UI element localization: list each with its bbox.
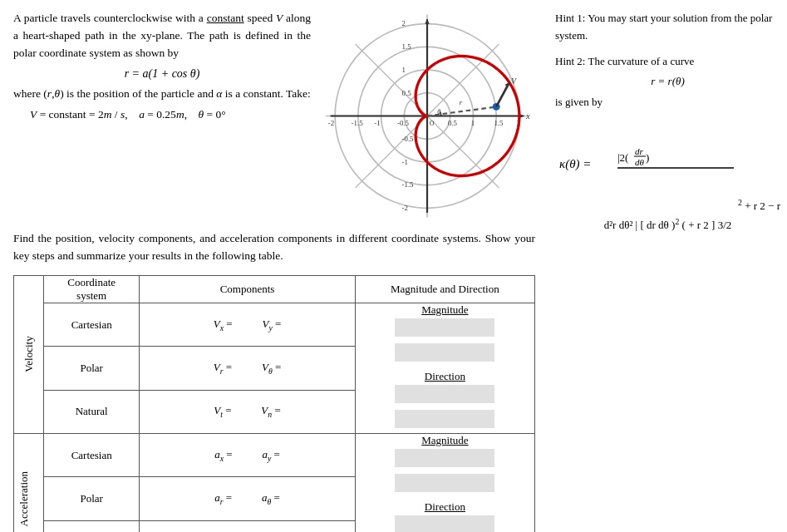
svg-text:1: 1 <box>471 119 475 127</box>
svg-text:O: O <box>430 120 435 127</box>
svg-text:2: 2 <box>402 19 406 27</box>
vel-direction-box2 <box>395 410 494 428</box>
svg-text:0.5: 0.5 <box>448 119 458 127</box>
vel-magnitude-box2 <box>395 343 494 362</box>
svg-text:-0.5: -0.5 <box>402 135 415 143</box>
svg-text:r: r <box>460 98 463 106</box>
accel-direction-box <box>395 515 494 532</box>
accel-polar-comps: ar = aθ = <box>140 477 355 520</box>
accel-direction-label: Direction <box>356 500 534 514</box>
polar-diagram: x 2 1.5 1 0.5 -0.5 -1 -1.5 -2 -2 -1.5 -1… <box>319 10 535 222</box>
svg-text:V: V <box>511 76 518 86</box>
kappa-formula: κ(θ) = |2( dr dθ )2 + r 2 − <box>555 118 780 234</box>
vel-mag-dir-cell: Magnitude Direction <box>355 303 534 433</box>
vel-polar-comps: Vr = Vθ = <box>140 347 355 390</box>
find-text: Find the position, velocity components, … <box>13 230 535 265</box>
accel-natural-label: Natural <box>44 520 140 532</box>
vel-direction-label: Direction <box>356 370 534 383</box>
svg-text:κ(θ) =: κ(θ) = <box>559 157 591 171</box>
svg-text:|2(: |2( <box>617 151 628 164</box>
col-mag-dir: Magnitude and Direction <box>355 275 534 303</box>
hint2-text: Hint 2: The curvature of a curve <box>555 53 780 71</box>
acceleration-header-row: Acceleration Cartesian ax = ay = Magnitu… <box>14 433 535 476</box>
svg-text:-0.5: -0.5 <box>397 119 410 127</box>
svg-text:0.5: 0.5 <box>402 89 412 97</box>
acceleration-rotate-label: Acceleration <box>14 468 34 530</box>
svg-marker-12 <box>425 19 430 24</box>
hints-section: Hint 1: You may start your solution from… <box>555 7 780 238</box>
vel-direction-box <box>395 385 494 403</box>
hint1-text: Hint 1: You may start your solution from… <box>555 10 780 45</box>
accel-magnitude-box <box>395 449 494 467</box>
problem-text-block: A particle travels counterclockwise with… <box>13 10 311 222</box>
diagram-svg: x 2 1.5 1 0.5 -0.5 -1 -1.5 -2 -2 -1.5 -1… <box>319 10 535 222</box>
hint2-is-given: is given by <box>555 94 780 111</box>
svg-text:-1: -1 <box>402 158 408 166</box>
kappa-svg: κ(θ) = |2( dr dθ ) <box>555 118 738 209</box>
accel-polar-label: Polar <box>44 477 140 520</box>
formula-r: r = a(1 + cos θ) <box>13 67 311 81</box>
accel-cartesian-label: Cartesian <box>44 433 140 476</box>
hint2-formula: r = r(θ) <box>555 73 780 91</box>
svg-text:θ: θ <box>437 108 440 116</box>
vel-polar-label: Polar <box>44 347 140 390</box>
velocity-label-cell <box>14 275 44 433</box>
problem-intro: A particle travels counterclockwise with… <box>13 10 311 62</box>
vel-magnitude-label: Magnitude <box>356 303 534 317</box>
vel-natural-comps: Vt = Vn = <box>140 390 355 433</box>
results-table: Coordinatesystem Components Magnitude an… <box>13 275 535 532</box>
where-text: where (r,θ) is the position of the parti… <box>13 86 311 103</box>
svg-text:dθ: dθ <box>635 157 645 167</box>
svg-text:1.5: 1.5 <box>402 42 412 51</box>
accel-natural-comps: at = an = <box>140 520 355 532</box>
svg-text:-1: -1 <box>374 119 380 127</box>
constant-underline: constant <box>207 12 244 24</box>
accel-magnitude-label: Magnitude <box>356 434 534 447</box>
svg-text:-2: -2 <box>328 119 334 127</box>
accel-cartesian-comps: ax = ay = <box>140 433 355 476</box>
vel-natural-label: Natural <box>44 390 140 433</box>
svg-text:-1.5: -1.5 <box>402 180 415 189</box>
vel-cartesian-label: Cartesian <box>44 303 140 346</box>
vel-magnitude-box <box>395 318 494 337</box>
velocity-cartesian-row: Cartesian Vx = Vy = Magnitude Direction <box>14 303 535 346</box>
svg-text:1.5: 1.5 <box>494 119 504 127</box>
accel-mag-dir-cell: Magnitude Direction <box>355 433 534 532</box>
col-coord-system: Coordinatesystem <box>44 275 140 303</box>
main-container: A particle travels counterclockwise with… <box>0 0 787 532</box>
left-panel: A particle travels counterclockwise with… <box>0 0 548 532</box>
col-components: Components <box>140 275 355 303</box>
right-panel: Hint 1: You may start your solution from… <box>548 0 787 532</box>
acceleration-label-cell: Acceleration <box>14 433 44 532</box>
svg-text:-1.5: -1.5 <box>352 119 364 127</box>
svg-text:1: 1 <box>402 66 406 74</box>
svg-text:x: x <box>525 111 530 121</box>
svg-text:dr: dr <box>635 146 644 156</box>
svg-text:-2: -2 <box>402 204 408 212</box>
accel-magnitude-box2 <box>395 474 494 492</box>
constants-line: V = constant = 2m / s, a = 0.25m, θ = 0° <box>30 108 311 121</box>
svg-text:): ) <box>646 151 649 164</box>
vel-cartesian-comps: Vx = Vy = <box>140 303 355 346</box>
